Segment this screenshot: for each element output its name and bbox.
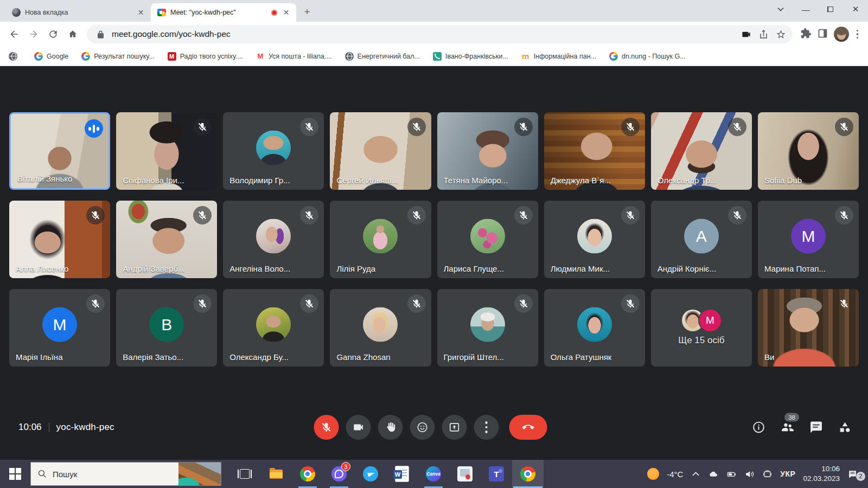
- reactions-button[interactable]: [410, 415, 435, 440]
- lock-icon[interactable]: [94, 28, 106, 40]
- camera-in-use-icon[interactable]: [741, 28, 752, 40]
- bookmark-item[interactable]: Радіо твого успіху....: [168, 52, 243, 61]
- tab-meet[interactable]: Meet: "yoc-kwdh-pec" ✕: [151, 3, 296, 22]
- taskbar-search[interactable]: Пошук: [30, 462, 221, 486]
- participant-name: Тетяна Майоро...: [444, 176, 508, 185]
- mic-toggle-button[interactable]: [314, 415, 339, 440]
- bookmark-item[interactable]: Уся пошта - liliana....: [256, 52, 332, 61]
- participant-name: Сергей Ильяш...: [336, 176, 398, 185]
- taskbar-app[interactable]: [449, 460, 481, 488]
- activities-button[interactable]: [838, 421, 852, 434]
- participant-tile[interactable]: Володимир Гр...: [223, 112, 324, 190]
- participant-name: Джеджула В`я...: [551, 176, 611, 185]
- participant-tile[interactable]: M Марія Ільїна: [9, 289, 110, 367]
- new-tab-button[interactable]: +: [299, 4, 315, 20]
- taskbar-app[interactable]: [481, 460, 512, 488]
- participant-tile[interactable]: Алла Лисенко: [9, 201, 110, 278]
- tab-search-chevron-icon[interactable]: [768, 0, 793, 18]
- participant-tile[interactable]: Ви: [758, 289, 859, 367]
- back-button[interactable]: [5, 25, 23, 43]
- connect-display-icon[interactable]: [762, 469, 773, 479]
- profile-avatar[interactable]: [834, 27, 849, 42]
- taskbar-app[interactable]: [512, 460, 544, 488]
- participant-tile[interactable]: M Ще 15 осіб: [651, 289, 752, 367]
- weather-icon[interactable]: [647, 468, 659, 480]
- window-minimize-button[interactable]: —: [793, 0, 818, 18]
- bookmark-item[interactable]: dn.nung - Пошук G...: [609, 52, 686, 61]
- meet-control-bar: 10:06 yoc-kwdh-pec 38: [0, 414, 868, 440]
- reload-button[interactable]: [44, 25, 62, 43]
- url-text[interactable]: meet.google.com/yoc-kwdh-pec: [112, 29, 735, 39]
- tray-chevron-icon[interactable]: [691, 469, 701, 479]
- onedrive-cloud-icon[interactable]: [709, 469, 719, 479]
- chat-button[interactable]: [809, 421, 823, 434]
- more-options-button[interactable]: [474, 415, 499, 440]
- speaker-icon[interactable]: [744, 469, 755, 479]
- taskbar-app[interactable]: [260, 460, 292, 488]
- extensions-puzzle-icon[interactable]: [800, 28, 812, 41]
- mic-off-icon: [835, 206, 853, 224]
- tab-close-icon[interactable]: ✕: [136, 8, 145, 17]
- participant-tile[interactable]: Віталій Зянько: [9, 112, 110, 190]
- taskbar-app[interactable]: 3: [323, 460, 355, 488]
- taskbar-app[interactable]: [418, 460, 449, 488]
- participant-tile[interactable]: Лілія Руда: [330, 201, 431, 278]
- participant-tile[interactable]: Ангеліна Воло...: [223, 201, 324, 278]
- taskbar-app[interactable]: [292, 460, 323, 488]
- participant-tile[interactable]: Григорій Штел...: [437, 289, 538, 367]
- participant-tile[interactable]: B Валерія Затьо...: [116, 289, 217, 367]
- browser-menu-icon[interactable]: [854, 28, 861, 41]
- bookmark-star-icon[interactable]: [775, 28, 787, 40]
- recording-indicator-icon: [271, 10, 277, 16]
- taskbar-clock[interactable]: 10:06 02.03.2023: [803, 464, 840, 484]
- raise-hand-button[interactable]: [378, 415, 403, 440]
- taskbar-app[interactable]: [386, 460, 418, 488]
- tab-close-icon[interactable]: ✕: [282, 8, 291, 17]
- bookmark-item[interactable]: Результат пошуку...: [81, 52, 154, 61]
- bookmark-item[interactable]: Івано-Франківськи...: [433, 52, 508, 61]
- side-panel-icon[interactable]: [817, 28, 828, 41]
- bookmark-item[interactable]: Інформаційна пан...: [521, 52, 596, 61]
- window-close-button[interactable]: ✕: [843, 0, 868, 18]
- camera-toggle-button[interactable]: [346, 415, 371, 440]
- leave-call-button[interactable]: [509, 415, 547, 440]
- window-restore-button[interactable]: [818, 0, 843, 18]
- mic-off-icon: [300, 294, 318, 313]
- show-participants-button[interactable]: 38: [781, 421, 794, 434]
- participant-tile[interactable]: A Андрій Корніє...: [651, 201, 752, 278]
- participant-tile[interactable]: Тетяна Майоро...: [437, 112, 538, 190]
- bookmark-item[interactable]: Google: [34, 52, 68, 61]
- windows-logo-icon: [9, 468, 21, 480]
- participant-tile[interactable]: Андрій Заверб...: [116, 201, 217, 278]
- participant-count-badge: 38: [784, 413, 799, 422]
- home-button[interactable]: [64, 25, 81, 43]
- participant-tile[interactable]: Лариса Глуще...: [437, 201, 538, 278]
- participant-tile[interactable]: Олександр Бу...: [223, 289, 324, 367]
- participant-tile[interactable]: Єпіфанова Іри...: [116, 112, 217, 190]
- participant-tile[interactable]: Джеджула В`я...: [544, 112, 645, 190]
- meeting-details-button[interactable]: [752, 421, 765, 434]
- forward-button[interactable]: [25, 25, 42, 43]
- participant-tile[interactable]: Сергей Ильяш...: [330, 112, 431, 190]
- participant-tile[interactable]: Ganna Zhosan: [330, 289, 431, 367]
- participant-tile[interactable]: Олександр Тр...: [651, 112, 752, 190]
- participant-tile[interactable]: Sofiia Dub: [758, 112, 859, 190]
- weather-temperature[interactable]: -4°C: [667, 470, 683, 479]
- share-icon[interactable]: [758, 28, 770, 40]
- participant-tile[interactable]: Ольга Ратушняк: [544, 289, 645, 367]
- action-center-button[interactable]: 2: [847, 469, 861, 479]
- bookmark-item[interactable]: [9, 52, 21, 61]
- participant-tile[interactable]: M Марина Потап...: [758, 201, 859, 278]
- tab-new-tab[interactable]: Нова вкладка ✕: [5, 3, 151, 22]
- language-indicator[interactable]: УКР: [780, 470, 795, 478]
- address-bar[interactable]: meet.google.com/yoc-kwdh-pec: [87, 25, 793, 43]
- participant-tile[interactable]: Людмила Мик...: [544, 201, 645, 278]
- start-button[interactable]: [0, 460, 30, 488]
- participant-name: Марина Потап...: [764, 264, 826, 273]
- present-screen-button[interactable]: [442, 415, 467, 440]
- battery-icon[interactable]: [726, 469, 737, 479]
- taskbar-app[interactable]: [355, 460, 386, 488]
- taskbar-app[interactable]: [229, 460, 260, 488]
- bookmark-item[interactable]: Енергетичний бал...: [345, 52, 420, 61]
- participant-name: Андрій Корніє...: [658, 264, 716, 273]
